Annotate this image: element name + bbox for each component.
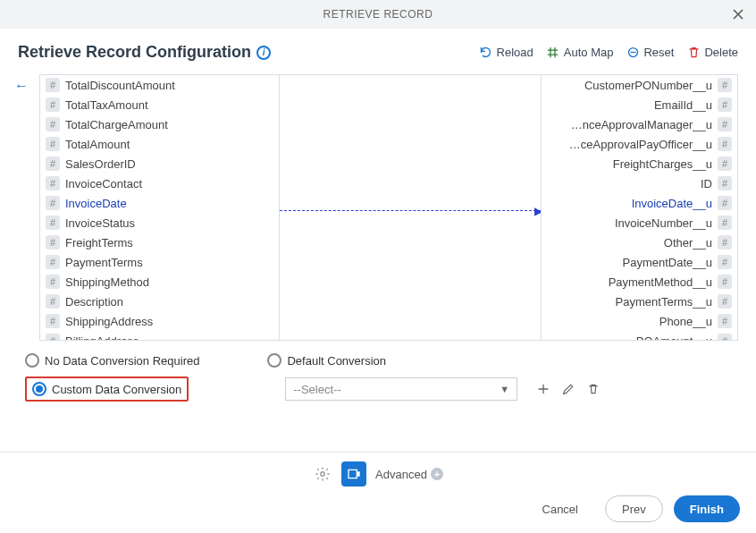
edit-icon[interactable] <box>560 381 576 397</box>
mapping-canvas: ▶ <box>280 75 541 340</box>
mapping-line <box>280 210 541 211</box>
source-field[interactable]: #SalesOrderID <box>40 154 279 173</box>
source-field[interactable]: #InvoiceContact <box>40 173 279 193</box>
source-field[interactable]: #ShippingAddress <box>40 311 279 331</box>
radio-custom-conversion[interactable]: Custom Data Conversion <box>32 382 181 396</box>
finish-button[interactable]: Finish <box>674 495 740 522</box>
field-label: Description <box>65 295 123 309</box>
target-field[interactable]: InvoiceDate__u# <box>542 193 737 213</box>
field-label: …ceApprovalPayOfficer__u <box>569 138 712 151</box>
reload-button[interactable]: Reload <box>479 46 533 60</box>
radio-no-conversion-label: No Data Conversion Required <box>45 354 199 368</box>
hash-icon: # <box>46 117 60 131</box>
radio-icon <box>267 353 281 368</box>
field-label: PaymentDate__u <box>623 256 712 269</box>
conversion-actions <box>535 381 601 397</box>
reset-button[interactable]: Reset <box>626 46 674 60</box>
hash-icon: # <box>718 216 732 230</box>
field-label: FreightCharges__u <box>613 157 712 171</box>
field-label: TotalChargeAmount <box>65 118 168 131</box>
add-icon[interactable] <box>535 381 551 397</box>
field-label: CustomerPONumber__u <box>584 79 712 92</box>
hash-icon: # <box>718 275 732 289</box>
advanced-toggle-button[interactable] <box>341 461 366 486</box>
source-field[interactable]: #TotalTaxAmount <box>40 95 279 114</box>
advanced-label-group[interactable]: Advanced + <box>375 468 443 481</box>
radio-default-conversion[interactable]: Default Conversion <box>267 353 386 368</box>
target-field[interactable]: Phone__u# <box>542 311 737 331</box>
hash-icon: # <box>718 334 732 340</box>
field-label: POAmount__u <box>636 334 712 341</box>
hash-icon: # <box>718 78 732 92</box>
source-field[interactable]: #TotalAmount <box>40 134 279 154</box>
target-field[interactable]: Other__u# <box>542 233 737 252</box>
source-field[interactable]: #BillingAddress <box>40 331 279 340</box>
source-field[interactable]: #InvoiceStatus <box>40 213 279 233</box>
target-field[interactable]: InvoiceNumber__u# <box>542 213 737 233</box>
source-field[interactable]: #FreightTerms <box>40 233 279 252</box>
delete-small-icon[interactable] <box>585 381 601 397</box>
target-field[interactable]: PaymentDate__u# <box>542 252 737 272</box>
cancel-button[interactable]: Cancel <box>526 495 594 522</box>
automap-label: Auto Map <box>564 46 614 59</box>
hash-icon: # <box>46 137 60 151</box>
target-field[interactable]: CustomerPONumber__u# <box>542 75 737 95</box>
target-field[interactable]: …ceApprovalPayOfficer__u# <box>542 134 737 154</box>
titlebar-title: RETRIEVE RECORD <box>323 8 433 21</box>
hash-icon: # <box>718 255 732 269</box>
target-field-list[interactable]: CustomerPONumber__u#EmailId__u#…nceAppro… <box>541 75 737 340</box>
source-field[interactable]: #TotalChargeAmount <box>40 114 279 134</box>
radio-no-conversion[interactable]: No Data Conversion Required <box>25 353 199 368</box>
target-field[interactable]: PaymentTerms__u# <box>542 292 737 311</box>
hash-icon: # <box>718 97 732 112</box>
hash-icon: # <box>46 334 60 340</box>
reload-icon <box>479 46 493 60</box>
header-row: Retrieve Record Configuration i Reload A… <box>18 43 738 62</box>
conversion-select[interactable]: --Select-- ▼ <box>285 377 517 401</box>
source-field-list[interactable]: #TotalDiscountAmount#TotalTaxAmount#Tota… <box>40 75 280 340</box>
target-field[interactable]: PaymentMethod__u# <box>542 272 737 292</box>
hash-icon: # <box>718 157 732 171</box>
reload-label: Reload <box>497 46 533 59</box>
field-label: TotalTaxAmount <box>65 98 148 112</box>
radio-default-conversion-label: Default Conversion <box>287 354 386 368</box>
source-field[interactable]: #Description <box>40 292 279 311</box>
titlebar: RETRIEVE RECORD <box>0 0 756 29</box>
svg-point-2 <box>321 472 325 477</box>
hash-icon: # <box>718 314 732 328</box>
arrow-right-icon: ▶ <box>534 205 541 217</box>
advanced-row: Advanced + <box>16 461 740 486</box>
field-label: InvoiceDate__u <box>632 197 712 210</box>
field-label: PaymentTerms__u <box>616 295 712 309</box>
field-label: PaymentTerms <box>65 256 143 269</box>
field-label: InvoiceDate <box>65 197 127 210</box>
info-icon[interactable]: i <box>256 46 271 60</box>
back-arrow-icon[interactable]: ← <box>14 78 29 94</box>
delete-button[interactable]: Delete <box>686 46 738 60</box>
gear-icon[interactable] <box>313 464 332 484</box>
delete-label: Delete <box>704 46 738 59</box>
source-field[interactable]: #PaymentTerms <box>40 252 279 272</box>
bottom-bar: Advanced + Cancel Prev Finish <box>0 452 756 533</box>
target-field[interactable]: POAmount__u# <box>542 331 737 340</box>
close-icon[interactable] <box>729 5 747 23</box>
hash-icon: # <box>46 78 60 92</box>
field-label: InvoiceStatus <box>65 216 135 230</box>
target-field[interactable]: FreightCharges__u# <box>542 154 737 173</box>
hash-icon: # <box>718 137 732 151</box>
source-field[interactable]: #TotalDiscountAmount <box>40 75 279 95</box>
field-label: PaymentMethod__u <box>609 275 712 289</box>
hash-icon: # <box>46 216 60 230</box>
target-field[interactable]: ID# <box>542 173 737 193</box>
automap-button[interactable]: Auto Map <box>546 46 614 60</box>
field-label: SalesOrderID <box>65 157 136 171</box>
hash-icon: # <box>46 294 60 309</box>
field-label: ShippingAddress <box>65 315 153 328</box>
field-label: ShippingMethod <box>65 275 149 289</box>
source-field[interactable]: #InvoiceDate <box>40 193 279 213</box>
field-label: Phone__u <box>659 315 712 328</box>
target-field[interactable]: EmailId__u# <box>542 95 737 114</box>
source-field[interactable]: #ShippingMethod <box>40 272 279 292</box>
prev-button[interactable]: Prev <box>605 495 663 522</box>
target-field[interactable]: …nceApprovalManager__u# <box>542 114 737 134</box>
